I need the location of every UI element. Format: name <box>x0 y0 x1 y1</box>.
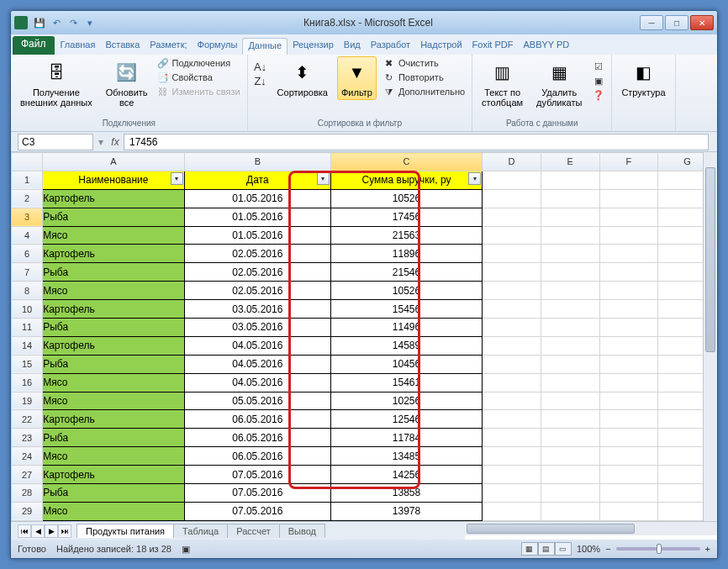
cell-empty[interactable] <box>599 392 658 410</box>
row-header[interactable]: 16 <box>12 373 43 392</box>
cell-empty[interactable] <box>483 447 541 466</box>
cell-empty[interactable] <box>541 410 599 429</box>
row-header[interactable]: 4 <box>12 226 43 245</box>
row-header[interactable]: 14 <box>12 336 43 355</box>
cell-sum[interactable]: 10456 <box>330 355 482 373</box>
tab-разработ[interactable]: Разработ <box>366 38 415 55</box>
cell-empty[interactable] <box>541 226 599 245</box>
cell-date[interactable]: 06.05.2016 <box>184 410 330 429</box>
tab-надстрой[interactable]: Надстрой <box>415 38 467 55</box>
row-header[interactable]: 1 <box>12 171 43 189</box>
column-header-E[interactable]: E <box>541 153 599 171</box>
cell-empty[interactable] <box>541 336 599 355</box>
cell-empty[interactable] <box>599 502 658 520</box>
cell-empty[interactable] <box>541 355 599 373</box>
cell-sum[interactable]: 14256 <box>330 466 482 484</box>
row-header[interactable]: 10 <box>12 300 43 319</box>
row-header[interactable]: 15 <box>12 355 43 373</box>
cell-empty[interactable] <box>483 282 541 300</box>
cell-sum[interactable]: 14589 <box>330 336 482 355</box>
sheet-nav-last-icon[interactable]: ⏭ <box>58 524 71 538</box>
cell-empty[interactable] <box>483 502 541 520</box>
cell-empty[interactable] <box>599 410 658 429</box>
filter-dropdown-b[interactable]: ▾ <box>317 172 330 185</box>
cell-empty[interactable] <box>483 410 541 429</box>
maximize-button[interactable]: □ <box>665 15 688 30</box>
cell-name[interactable]: Мясо <box>43 226 184 245</box>
undo-icon[interactable]: ↶ <box>50 16 63 29</box>
row-header[interactable]: 8 <box>12 282 43 300</box>
cell-sum[interactable]: 17456 <box>330 208 482 226</box>
minimize-button[interactable]: ─ <box>640 15 663 30</box>
zoom-level[interactable]: 100% <box>577 544 600 554</box>
sort-asc-button[interactable]: A↓ <box>253 60 268 73</box>
cell-empty[interactable] <box>483 392 541 410</box>
sheet-nav-prev-icon[interactable]: ◀ <box>31 524 45 538</box>
sheet-tab-0[interactable]: Продукты питания <box>76 524 174 538</box>
name-box[interactable]: C3 <box>18 134 93 150</box>
cell-name[interactable]: Картофель <box>43 300 184 319</box>
row-header[interactable]: 24 <box>12 447 43 466</box>
data-validation-button[interactable]: ☑ <box>591 60 606 73</box>
clear-filter-button[interactable]: ✖Очистить <box>382 56 467 70</box>
cell-date[interactable]: 05.05.2016 <box>184 392 330 410</box>
row-header[interactable]: 28 <box>12 484 43 503</box>
cell-empty[interactable] <box>483 484 541 503</box>
cell-date[interactable]: 02.05.2016 <box>184 245 330 263</box>
tab-данные[interactable]: Данные <box>242 38 288 55</box>
cell-name[interactable]: Рыба <box>43 484 184 503</box>
row-header[interactable]: 7 <box>12 263 43 282</box>
cell-date[interactable]: 07.05.2016 <box>184 484 330 503</box>
name-box-dropdown-icon[interactable]: ▾ <box>95 136 107 148</box>
horizontal-scrollbar[interactable] <box>465 521 717 535</box>
cell-empty[interactable] <box>541 282 599 300</box>
cell-date[interactable]: 02.05.2016 <box>184 282 330 300</box>
sheet-tab-2[interactable]: Рассчет <box>227 524 280 538</box>
cell-sum[interactable]: 10256 <box>330 392 482 410</box>
cell-name[interactable]: Картофель <box>43 189 184 208</box>
cell-empty[interactable] <box>483 319 541 337</box>
cell-date[interactable]: 07.05.2016 <box>184 502 330 520</box>
cell-empty[interactable] <box>483 208 541 226</box>
cell-sum[interactable]: 11896 <box>330 245 482 263</box>
cell-empty[interactable] <box>599 336 658 355</box>
connections-button[interactable]: 🔗Подключения <box>156 56 242 70</box>
row-header[interactable]: 6 <box>12 245 43 263</box>
cell-empty[interactable] <box>541 245 599 263</box>
column-header-C[interactable]: C <box>330 153 482 171</box>
cell-empty[interactable] <box>541 208 599 226</box>
cell-empty[interactable] <box>599 245 658 263</box>
row-header[interactable]: 11 <box>12 319 43 337</box>
cell-empty[interactable] <box>599 429 658 447</box>
tab-рецензир[interactable]: Рецензир <box>288 38 339 55</box>
cell-empty[interactable] <box>599 300 658 319</box>
redo-icon[interactable]: ↷ <box>66 16 80 29</box>
cell-empty[interactable] <box>541 300 599 319</box>
tab-разметк;[interactable]: Разметк; <box>145 38 192 55</box>
get-external-data-button[interactable]: 🗄 Получение внешних данных <box>16 56 97 110</box>
view-page-break-icon[interactable]: ▭ <box>555 542 572 556</box>
cell-empty[interactable] <box>599 226 658 245</box>
cell-empty[interactable] <box>599 189 658 208</box>
cell-date[interactable]: 07.05.2016 <box>184 466 330 484</box>
cell-empty[interactable] <box>541 484 599 503</box>
filter-dropdown-a[interactable]: ▾ <box>171 172 183 185</box>
cell-empty[interactable] <box>599 319 658 337</box>
cell-empty[interactable] <box>541 319 599 337</box>
cell-empty[interactable] <box>483 263 541 282</box>
cell-name[interactable]: Мясо <box>43 502 184 520</box>
cell-empty[interactable] <box>483 355 541 373</box>
cell-name[interactable]: Картофель <box>43 466 184 484</box>
cell-sum[interactable]: 21563 <box>330 226 482 245</box>
cell-empty[interactable] <box>483 373 541 392</box>
cell-name[interactable]: Картофель <box>43 410 184 429</box>
cell-empty[interactable] <box>599 208 658 226</box>
zoom-in-button[interactable]: + <box>705 544 710 554</box>
view-normal-icon[interactable]: ▦ <box>521 542 538 556</box>
fx-button[interactable]: fx <box>107 136 124 148</box>
cell-empty[interactable] <box>483 226 541 245</box>
cell-empty[interactable] <box>599 282 658 300</box>
cell-empty[interactable] <box>599 171 658 189</box>
row-header[interactable]: 29 <box>12 502 43 520</box>
tab-главная[interactable]: Главная <box>55 38 101 55</box>
